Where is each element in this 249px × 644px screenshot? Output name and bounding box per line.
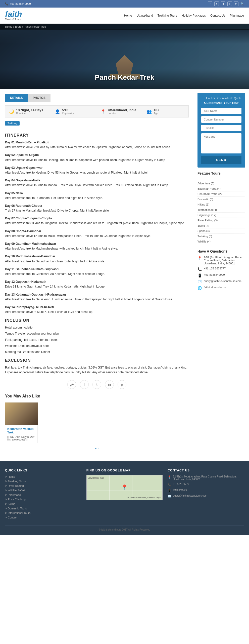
itinerary-item: Day 07 Chopta-Tungnath-ChoptaAfter break… — [5, 216, 189, 226]
feature-tour-item[interactable]: Adventure (5) — [197, 181, 245, 186]
itinerary-item: Day 01 Muni-Ki-Reti – PipalkotiAfter bre… — [5, 140, 189, 150]
itinerary-day: Day 13 Kedarnath-Guptkashi-Rudraprayag — [5, 293, 66, 296]
footer-link-bullet — [5, 490, 7, 491]
footer-link-item[interactable]: Contact — [5, 516, 81, 519]
itinerary-title: ITINERARY — [5, 133, 189, 138]
feature-tour-item[interactable]: Sports (4) — [197, 228, 245, 234]
twitter-icon[interactable]: t — [214, 2, 219, 6]
itinerary-desc: After breakfast, drive to Muni-Ki-Reti. … — [5, 310, 93, 314]
feature-tour-item[interactable]: International (4) — [197, 207, 245, 213]
more-tours-button[interactable]: ··· — [5, 446, 189, 451]
itinerary-day: Day 05 Naila — [5, 191, 23, 195]
itinerary-item: Day 14 Rudraprayag- Muni-Ki-RetiAfter br… — [5, 305, 189, 314]
feature-tour-item[interactable]: Chardham Yatra (2) — [197, 191, 245, 197]
facebook-icon[interactable]: f — [208, 2, 212, 6]
send-button[interactable]: SEND — [201, 156, 241, 164]
duration-label: Duration — [16, 112, 43, 115]
phone2-icon: 📱 — [197, 273, 202, 277]
left-content: DETAILS PHOTOS 🌙 13 Night, 14 Days Durat… — [0, 89, 194, 456]
footer-link-bullet — [5, 512, 7, 514]
age-icon: 👥 — [147, 109, 152, 114]
location-value: Uttarakhand, India — [108, 108, 136, 112]
footer-link-item[interactable]: Wildlife Safari — [5, 489, 81, 492]
footer-map: FIND US ON GOOGLE MAP View larger map 📍 … — [86, 469, 163, 520]
footer-link-bullet — [5, 494, 7, 496]
footer-contact-title: CONTACT US — [168, 469, 244, 472]
contact-phone2: 📱 +91-8938849999 — [197, 273, 245, 277]
pinterest-icon[interactable]: p — [227, 2, 232, 6]
tab-photos[interactable]: PHOTOS — [28, 94, 50, 102]
you-may-like-section: You May Also Like Kedarnath Vasiktal Tre… — [5, 394, 189, 451]
itinerary-desc: After breakfast, trek to Gauri kund. Lun… — [5, 298, 173, 301]
footer-link-label: Trekking Tours — [8, 480, 26, 483]
header: faith Trek's & Tours Home Uttarakhand Tr… — [0, 8, 249, 24]
search-icon[interactable]: 🔍 — [240, 2, 244, 6]
nav-holiday-packages[interactable]: Holiday Packages — [182, 14, 206, 17]
nav-trekking-tours[interactable]: Trekking Tours — [158, 14, 177, 17]
social-share: g+ f t in p — [5, 380, 189, 389]
linkedin-icon[interactable]: in — [234, 2, 238, 6]
footer-phone2-text: 8938849999 — [173, 489, 187, 491]
footer-link-item[interactable]: International Tours — [5, 511, 81, 514]
share-googleplus[interactable]: g+ — [67, 380, 76, 389]
itinerary-day: Day 02 Pipalkoti-Urgam — [5, 153, 39, 157]
related-tour-title: Kedarnath Vasiktal Trek — [7, 427, 35, 434]
footer-quick-links-title: QUICK LINKS — [5, 469, 81, 472]
footer-email-icon: ✉️ — [168, 495, 171, 498]
footer-link-item[interactable]: Domestic Tours — [5, 507, 81, 510]
message-input[interactable] — [201, 133, 241, 153]
question-box: Have A Question? 📍 2/59 (1st Floor), Ara… — [197, 249, 245, 290]
feature-tour-item[interactable]: Wildlife (4) — [197, 239, 245, 244]
top-bar-phone: 📞 +91-8938849999 — [5, 2, 31, 6]
footer-link-item[interactable]: Trekking Tours — [5, 480, 81, 483]
nav-uttarakhand[interactable]: Uttarakhand — [136, 14, 153, 17]
related-tour-card[interactable]: Kedarnath Vasiktal Trek ITINERARY Day 01… — [5, 402, 38, 443]
feature-tour-item[interactable]: Hiking (1) — [197, 202, 245, 207]
duration-icon: 🌙 — [9, 109, 14, 114]
googleplus-icon[interactable]: g — [221, 2, 225, 6]
you-may-like-title: You May Also Like — [5, 394, 189, 398]
itinerary-desc: After breakfast, trek to Heeling. Drive … — [5, 171, 148, 174]
footer-link-bullet — [5, 517, 7, 518]
footer-link-item[interactable]: Skiing — [5, 502, 81, 505]
itinerary-list: Day 01 Muni-Ki-Reti – PipalkotiAfter bre… — [5, 140, 189, 314]
inclusion-item: Welcome Drink on arrival at hotel — [5, 344, 189, 348]
inclusion-item: Hotel accommodation — [5, 325, 189, 330]
nav-contact-us[interactable]: Contact Us — [210, 14, 225, 17]
footer-grid: QUICK LINKS HomeTrekking ToursRiver Raft… — [5, 469, 244, 520]
footer-link-item[interactable]: Home — [5, 475, 81, 478]
inclusion-item: Tempo Traveler according your tour plan — [5, 331, 189, 336]
feature-tour-item[interactable]: Badrinath Yatra (4) — [197, 186, 245, 191]
share-twitter[interactable]: t — [92, 380, 101, 389]
stat-age: 👥 18+ Age — [143, 106, 189, 117]
social-links: f t g p in — [208, 2, 238, 6]
feature-tour-item[interactable]: Skiing (4) — [197, 223, 245, 228]
main-layout: DETAILS PHOTOS 🌙 13 Night, 14 Days Durat… — [0, 89, 249, 456]
nav-home[interactable]: Home — [124, 14, 132, 17]
email-input[interactable] — [201, 125, 241, 131]
location-label: Location — [108, 112, 136, 115]
phone-input[interactable] — [201, 116, 241, 123]
itinerary-day: Day 06 Rudranath-Chopta — [5, 204, 42, 208]
feature-tour-item[interactable]: Pilgrimage (17) — [197, 213, 245, 218]
footer-phone2-icon: 📱 — [168, 489, 171, 492]
map-container[interactable]: View larger map 📍 72, Best Course Road, … — [86, 475, 163, 500]
footer-link-item[interactable]: Rock Climbing — [5, 498, 81, 501]
share-pinterest[interactable]: p — [118, 380, 126, 389]
feature-tour-item[interactable]: Trekking (8) — [197, 234, 245, 239]
footer-link-label: Wildlife Safari — [8, 489, 25, 492]
feature-tour-item[interactable]: River Rafting (3) — [197, 218, 245, 223]
footer-link-item[interactable]: Pilgrimage — [5, 493, 81, 496]
tab-details[interactable]: DETAILS — [5, 94, 28, 102]
footer-link-label: Pilgrimage — [8, 493, 21, 496]
share-linkedin[interactable]: in — [105, 380, 114, 389]
footer-link-item[interactable]: River Rafting — [5, 484, 81, 487]
hero-title: Panch Kedar Trek — [95, 73, 154, 82]
nav-pilgrimage[interactable]: Pilgrimage — [230, 14, 244, 17]
name-input[interactable] — [201, 108, 241, 114]
feature-tour-item[interactable]: Domestic (3) — [197, 197, 245, 202]
share-facebook[interactable]: f — [80, 380, 89, 389]
map-pin-icon: 📍 — [121, 484, 128, 490]
trekking-badge: Trekking — [5, 121, 20, 126]
itinerary-day: Day 07 Chopta-Tungnath-Chopta — [5, 217, 52, 220]
